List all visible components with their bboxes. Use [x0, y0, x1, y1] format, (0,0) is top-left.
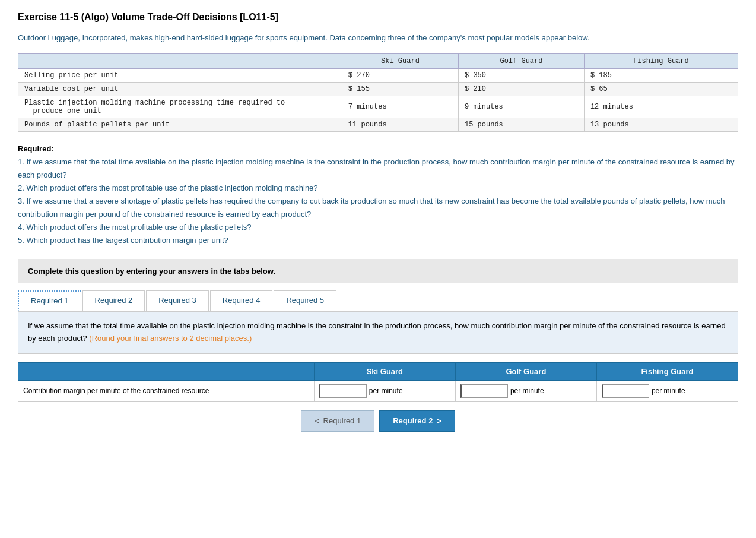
table-row: Variable cost per unit $ 155 $ 210 $ 65 [18, 82, 738, 96]
answer-col-header-fishing: Fishing Guard [596, 362, 738, 380]
fishing-per-label: per minute [652, 387, 685, 395]
tab-required-4[interactable]: Required 4 [210, 290, 273, 311]
tab-content-area: If we assume that the total time availab… [18, 311, 738, 354]
tabs-container: Required 1 Required 2 Required 3 Require… [18, 290, 738, 311]
required-item-1: 1. If we assume that the total time avai… [18, 156, 738, 182]
answer-cell-fishing: per minute [596, 380, 738, 401]
prev-button[interactable]: < Required 1 [301, 410, 374, 432]
required-item-3: 3. If we assume that a severe shortage o… [18, 195, 738, 221]
cell-ski-selling: $ 270 [342, 68, 458, 82]
data-table: Ski Guard Golf Guard Fishing Guard Selli… [18, 53, 738, 132]
golf-per-label: per minute [510, 387, 544, 395]
next-arrow-icon: > [436, 416, 441, 426]
table-row: Plastic injection molding machine proces… [18, 96, 738, 118]
complete-box-text: Complete this question by entering your … [28, 267, 275, 276]
row-label-pounds: Pounds of plastic pellets per unit [18, 118, 342, 131]
answer-col-header-ski: Ski Guard [314, 362, 455, 380]
answer-col-header-empty [18, 362, 315, 380]
tab-required-5[interactable]: Required 5 [274, 290, 336, 311]
tab-required-1[interactable]: Required 1 [18, 290, 81, 311]
tab-hint-text: (Round your final answers to 2 decimal p… [89, 334, 252, 343]
golf-guard-input[interactable] [460, 384, 508, 398]
cell-golf-selling: $ 350 [459, 68, 585, 82]
fishing-guard-input[interactable] [602, 384, 649, 398]
next-button-label: Required 2 [393, 416, 433, 425]
cell-fishing-pounds: 13 pounds [584, 118, 738, 131]
col-header-golf: Golf Guard [459, 53, 585, 68]
intro-text: Outdoor Luggage, Incorporated, makes hig… [18, 32, 738, 44]
row-label-variable: Variable cost per unit [18, 82, 342, 96]
table-row: Pounds of plastic pellets per unit 11 po… [18, 118, 738, 131]
col-header-ski: Ski Guard [342, 53, 458, 68]
cell-fishing-selling: $ 185 [584, 68, 738, 82]
row-label-selling: Selling price per unit [18, 68, 342, 82]
tab-required-3[interactable]: Required 3 [146, 290, 209, 311]
required-item-4: 4. Which product offers the most profita… [18, 221, 738, 234]
table-row: Selling price per unit $ 270 $ 350 $ 185 [18, 68, 738, 82]
answer-row-label: Contribution margin per minute of the co… [18, 380, 315, 401]
prev-arrow-icon: < [315, 416, 319, 426]
cell-fishing-processing: 12 minutes [584, 96, 738, 118]
answer-col-header-golf: Golf Guard [455, 362, 596, 380]
ski-per-label: per minute [369, 387, 403, 395]
answer-cell-ski: per minute [314, 380, 455, 401]
col-header-empty [18, 53, 342, 68]
cell-golf-variable: $ 210 [459, 82, 585, 96]
page-title: Exercise 11-5 (Algo) Volume Trade-Off De… [18, 12, 738, 23]
answer-cell-golf: per minute [455, 380, 596, 401]
required-section: Required: 1. If we assume that the total… [18, 143, 738, 248]
col-header-fishing: Fishing Guard [584, 53, 738, 68]
tab-required-2[interactable]: Required 2 [82, 290, 145, 311]
required-item-5: 5. Which product has the largest contrib… [18, 234, 738, 247]
next-button[interactable]: Required 2 > [379, 410, 455, 432]
required-item-2: 2. Which product offers the most profita… [18, 182, 738, 195]
complete-box: Complete this question by entering your … [18, 259, 738, 283]
required-label: Required: [18, 144, 54, 153]
cell-golf-processing: 9 minutes [459, 96, 585, 118]
cell-golf-pounds: 15 pounds [459, 118, 585, 131]
ski-guard-input[interactable] [319, 384, 367, 398]
cell-fishing-variable: $ 65 [584, 82, 738, 96]
row-label-processing: Plastic injection molding machine proces… [18, 96, 342, 118]
answer-table: Ski Guard Golf Guard Fishing Guard Contr… [18, 362, 738, 402]
cell-ski-variable: $ 155 [342, 82, 458, 96]
cell-ski-processing: 7 minutes [342, 96, 458, 118]
answer-row: Contribution margin per minute of the co… [18, 380, 738, 401]
prev-button-label: Required 1 [323, 416, 361, 425]
nav-buttons: < Required 1 Required 2 > [18, 410, 738, 432]
cell-ski-pounds: 11 pounds [342, 118, 458, 131]
